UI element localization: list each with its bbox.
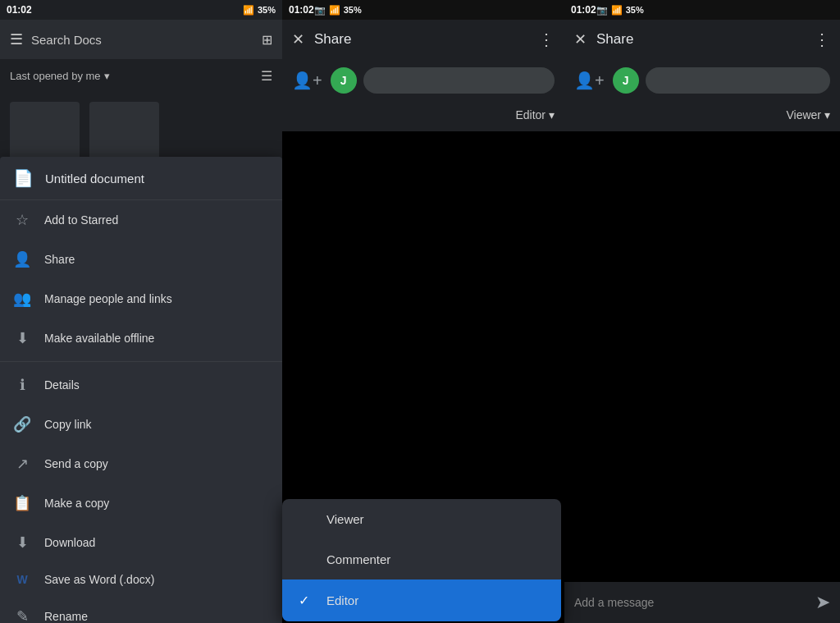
share-middle-people-row: 👤+ J (282, 59, 564, 102)
download-icon: ⬇ (13, 534, 31, 552)
share-right-status-icons: 📷 📶 35% (596, 5, 644, 16)
menu-item-copylink-label: Copy link (44, 418, 92, 431)
menu-divider-1 (0, 361, 282, 362)
share-right-role-row: Viewer ▾ (564, 102, 840, 131)
context-menu-title: Untitled document (45, 172, 144, 186)
menu-item-rename-label: Rename (44, 610, 88, 623)
share-middle-title: Share (314, 31, 528, 48)
menu-item-sendcopy[interactable]: ↗ Send a copy (0, 444, 282, 483)
share-avatar-row: J (331, 67, 555, 94)
menu-item-share-label: Share (44, 253, 75, 266)
share-right-title: Share (596, 31, 804, 48)
document-icon: 📄 (13, 168, 34, 188)
share-right-role-selector[interactable]: Viewer ▾ (786, 108, 830, 121)
share-right-role-label: Viewer (786, 108, 821, 121)
share-right-header: ✕ Share ⋮ (564, 20, 840, 59)
share-middle-role-row: Editor ▾ (282, 102, 564, 131)
menu-item-makeacopy-label: Make a copy (44, 497, 109, 510)
docs-toolbar: ☰ Search Docs ⊞ (0, 20, 282, 59)
last-opened-row[interactable]: Last opened by me ▾ (10, 70, 110, 82)
signal-icon-right: 📶 (611, 5, 623, 16)
share-right-status-bar: 01:02 📷 📶 35% (564, 0, 840, 20)
hamburger-icon[interactable]: ☰ (10, 30, 23, 48)
menu-item-share[interactable]: 👤 Share (0, 240, 282, 279)
battery-label: 35% (258, 5, 276, 15)
manage-people-icon: 👥 (13, 290, 31, 308)
avatar: J (331, 67, 357, 94)
share-right-people-row: 👤+ J (564, 59, 840, 102)
share-right-doc-content (564, 131, 840, 582)
camera-icon-right: 📷 (596, 5, 608, 16)
wifi-icon: 📶 (243, 5, 254, 16)
docs-subbar: Last opened by me ▾ ☰ (0, 59, 282, 92)
docs-status-bar: 01:02 📶 35% (0, 0, 282, 20)
role-option-viewer-label: Viewer (326, 512, 545, 526)
menu-item-copylink[interactable]: 🔗 Copy link (0, 405, 282, 444)
menu-item-rename[interactable]: ✎ Rename (0, 597, 282, 623)
check-icon-editor: ✓ (299, 593, 315, 608)
share-middle-status-icons: 📷 📶 35% (314, 5, 362, 16)
battery-label-mid: 35% (344, 5, 362, 15)
role-option-commenter-label: Commenter (326, 552, 545, 566)
share-middle-close-button[interactable]: ✕ (292, 30, 304, 48)
share-middle-status-bar: 01:02 📷 📶 35% (282, 0, 564, 20)
share-right-avatar-row: J (613, 67, 830, 94)
menu-item-details[interactable]: ℹ Details (0, 365, 282, 405)
battery-label-right: 35% (626, 5, 644, 15)
grid-view-icon[interactable]: ⊞ (262, 32, 272, 48)
share-middle-header: ✕ Share ⋮ (282, 20, 564, 59)
share-middle-more-button[interactable]: ⋮ (538, 30, 555, 49)
signal-icon: 📶 (329, 5, 340, 16)
list-view-icon[interactable]: ☰ (261, 68, 272, 84)
share-right-time: 01:02 (571, 4, 596, 16)
star-icon: ☆ (13, 211, 31, 229)
share-right-more-button[interactable]: ⋮ (814, 30, 830, 49)
role-option-editor-label: Editor (326, 593, 545, 607)
context-menu-header: 📄 Untitled document (0, 157, 282, 200)
info-icon: ℹ (13, 376, 31, 394)
role-option-commenter[interactable]: Commenter (282, 539, 561, 579)
menu-item-download-label: Download (44, 536, 95, 549)
docs-time: 01:02 (7, 4, 32, 16)
chevron-down-icon: ▾ (104, 70, 110, 82)
menu-item-offline-label: Make available offline (44, 332, 154, 345)
menu-item-manage-label: Manage people and links (44, 292, 172, 305)
context-menu: 📄 Untitled document ☆ Add to Starred 👤 S… (0, 157, 282, 623)
role-option-editor[interactable]: ✓ Editor (282, 579, 561, 621)
menu-item-manage[interactable]: 👥 Manage people and links (0, 279, 282, 318)
share-right-panel: 01:02 📷 📶 35% ✕ Share ⋮ 👤+ J Viewer ▾ Ad… (564, 0, 840, 623)
share-right-avatar: J (613, 67, 639, 94)
menu-item-offline[interactable]: ⬇ Make available offline (0, 318, 282, 358)
add-person-button[interactable]: 👤+ (292, 71, 322, 90)
role-dropdown: Viewer Commenter ✓ Editor (282, 499, 561, 621)
rename-icon: ✎ (13, 607, 31, 623)
camera-icon: 📷 (314, 5, 326, 16)
share-right-add-person-button[interactable]: 👤+ (574, 71, 605, 90)
menu-item-saveword-label: Save as Word (.docx) (44, 573, 154, 586)
docs-status-icons: 📶 35% (243, 5, 276, 16)
menu-item-sendcopy-label: Send a copy (44, 457, 108, 470)
menu-item-starred[interactable]: ☆ Add to Starred (0, 200, 282, 240)
share-people-input[interactable] (363, 67, 555, 94)
share-right-role-chevron-icon: ▾ (824, 108, 830, 121)
word-icon: W (13, 573, 31, 586)
menu-item-download[interactable]: ⬇ Download (0, 523, 282, 562)
menu-item-saveword[interactable]: W Save as Word (.docx) (0, 562, 282, 597)
role-label: Editor (515, 108, 546, 121)
last-opened-label: Last opened by me (10, 70, 101, 82)
send-copy-icon: ↗ (13, 455, 31, 473)
role-selector-button[interactable]: Editor ▾ (515, 108, 555, 121)
role-option-viewer[interactable]: Viewer (282, 499, 561, 539)
make-copy-icon: 📋 (13, 494, 31, 512)
share-right-message-bar: Add a message ➤ (564, 582, 840, 623)
send-button[interactable]: ➤ (815, 592, 830, 613)
menu-item-makeacopy[interactable]: 📋 Make a copy (0, 483, 282, 523)
copy-link-icon: 🔗 (13, 415, 31, 433)
share-right-people-input[interactable] (646, 67, 830, 94)
share-right-close-button[interactable]: ✕ (574, 30, 587, 48)
menu-item-details-label: Details (44, 378, 80, 392)
search-input-label[interactable]: Search Docs (31, 33, 253, 47)
offline-icon: ⬇ (13, 329, 31, 347)
add-message-input[interactable]: Add a message (574, 596, 807, 609)
menu-item-starred-label: Add to Starred (44, 213, 118, 227)
